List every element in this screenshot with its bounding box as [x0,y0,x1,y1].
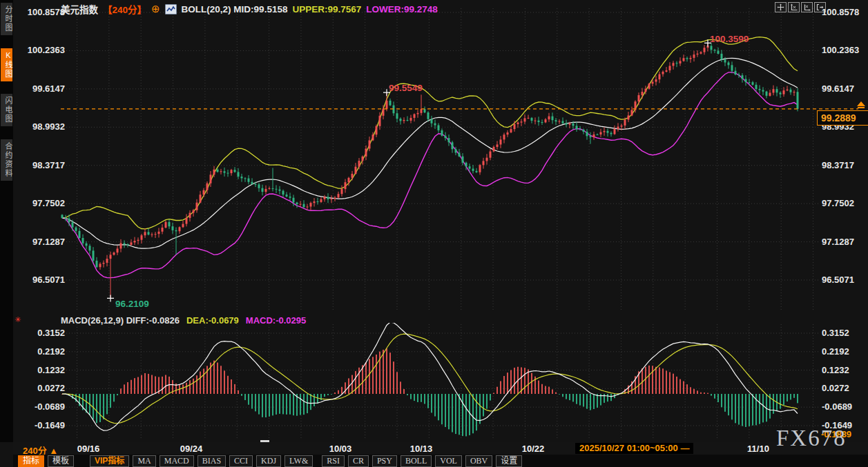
chart-canvas[interactable]: 美元指数 【240分】 ⊕ BOLL(20,2) MID:99.5158 UPP… [0,0,868,442]
price-axis-label: 0.0272 [17,383,65,393]
date-axis-row: 240分 ▲ 2025/10/27 01:00~05:00 — 09/1609/… [13,442,868,455]
tab-time-chart[interactable]: 分时图 [1,3,12,35]
chart-title-row: 美元指数 【240分】 ⊕ BOLL(20,2) MID:99.5158 UPP… [61,3,438,15]
macd-value: MACD:-0.0295 [246,315,306,326]
tab-candlestick-chart[interactable]: K线图 [1,48,12,81]
rsi-button[interactable]: RSI [322,455,345,467]
boll-lower-value: LOWER:99.2748 [366,4,438,14]
mini-chart-icon [165,4,177,14]
price-axis-label: 100.2363 [17,45,65,55]
price-axis-label: 97.1287 [822,237,868,247]
psy-button[interactable]: PSY [372,455,397,467]
kdj-button[interactable]: KDJ [256,455,281,467]
price-axis-label: 100.8578 [822,7,868,17]
zoom-out-icon[interactable]: ⊕ [151,3,160,15]
price-axis-label: 99.6147 [822,83,868,94]
price-axis-label: 0.1232 [17,365,65,375]
peak-high-annotation: 100.3599 [710,34,749,44]
indicator-toolbar: 指标模板VIP指标MAMACDBIASCCIKDJLW&RSICRPSYBOLL… [13,455,868,467]
price-axis-label: 0.1232 [822,365,868,375]
swing-low-annotation: 96.2109 [115,299,149,309]
price-marker-icon [857,101,865,106]
price-axis-label: 98.3717 [17,160,65,170]
tab-contract-info[interactable]: 合约资料 [1,139,12,181]
chart-type-sidebar: 分时图K线图闪电图合约资料 [0,0,13,442]
symbol-name: 美元指数 [61,2,98,16]
price-axis-label: -0.0689 [17,401,65,412]
boll-mid-value: BOLL(20,2) MID:99.5158 [182,4,288,14]
price-axis-label: 97.1287 [17,237,65,247]
bias-button[interactable]: BIAS [197,455,226,467]
cci-button[interactable]: CCI [229,455,253,467]
price-axis-label: 97.7502 [822,198,868,208]
date-tick-10-13: 10/13 [410,444,433,454]
price-axis-label: 98.9932 [17,121,65,132]
price-axis-label: 99.6147 [17,83,65,94]
date-tick-09-16: 09/16 [77,444,100,454]
price-axis-label: 100.2363 [822,45,868,55]
scale-y-axis-button[interactable] [788,2,800,12]
macd-dea-value: DEA:-0.0679 [186,315,239,326]
vip-indicator-button[interactable]: VIP指标 [90,455,129,467]
settings-button[interactable]: 设置 [496,455,522,467]
boll-button[interactable]: BOLL [401,455,432,467]
price-axis-label: 0.0272 [822,383,868,393]
price-axis-label: 0.2192 [17,346,65,357]
date-tick-11-10: 11/10 [747,444,769,454]
macd-chart-layer[interactable] [0,0,868,442]
macd-header: MACD(26,12,9) DIFF:-0.0826 DEA:-0.0679 M… [61,315,306,326]
price-axis-label: 0.3152 [822,328,868,338]
price-axis-label: 97.7502 [17,198,65,208]
macd-button[interactable]: MACD [160,455,194,467]
fx678-watermark: FX678 [776,426,847,451]
scale-x-axis-button[interactable] [801,2,813,12]
date-tick-09-24: 09/24 [180,444,203,454]
current-price-tag: 99.2889 [817,110,868,126]
date-tick-10-03: 10/03 [329,444,352,454]
price-axis-label: -0.1649 [17,420,65,430]
ma-button[interactable]: MA [133,455,155,467]
template-button[interactable]: 模板 [48,455,74,467]
period-badge: 【240分】 [103,2,146,16]
indicator-button[interactable]: 指标 [18,455,44,467]
boll-upper-value: UPPER:99.7567 [292,4,361,14]
obv-button[interactable]: OBV [465,455,492,467]
trading-app-window: 美元指数 【240分】 ⊕ BOLL(20,2) MID:99.5158 UPP… [0,0,868,467]
pan-tool-button[interactable] [775,2,787,12]
chart-tool-buttons [775,2,826,12]
price-axis-label: 96.5071 [17,275,65,285]
lw-button[interactable]: LW& [284,455,313,467]
tab-flash-chart[interactable]: 闪电图 [1,94,12,126]
cr-button[interactable]: CR [348,455,369,467]
price-axis-label: 98.3717 [822,160,868,170]
swing-high-annotation: 99.5549 [389,83,423,93]
price-axis-label: 0.3152 [17,328,65,338]
price-axis-label: -0.0689 [822,401,868,412]
date-tick-10-22: 10/22 [522,444,545,454]
selected-candle-time: 2025/10/27 01:00~05:00 — [575,443,693,454]
macd-diff-value: MACD(26,12,9) DIFF:-0.0826 [61,315,180,326]
indicator-flag-icon[interactable]: ✳ [15,315,21,324]
price-axis-label: 96.5071 [822,275,868,285]
vol-button[interactable]: VOL [435,455,462,467]
price-axis-label: 0.2192 [822,346,868,357]
price-axis-label: 100.8578 [17,7,65,17]
